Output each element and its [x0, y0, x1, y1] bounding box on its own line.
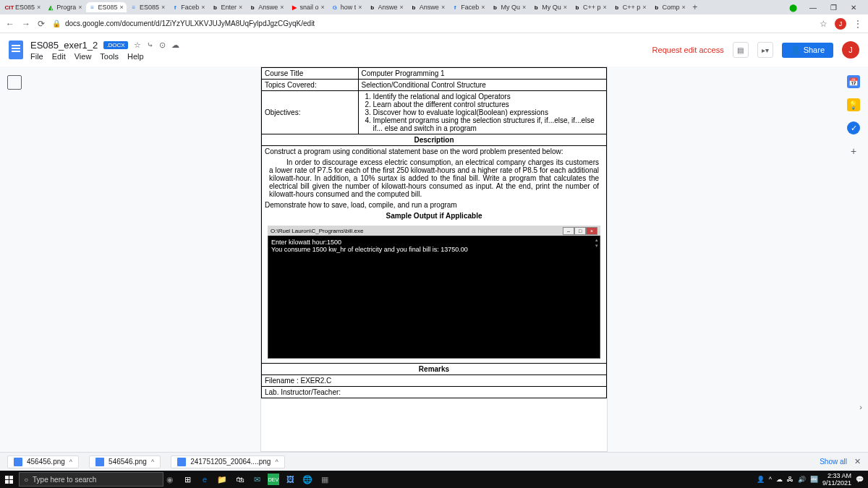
app-icon[interactable]: ▦ [318, 473, 331, 486]
history-icon[interactable]: ⊙ [159, 40, 166, 50]
person-icon: 👤 [791, 46, 801, 55]
explorer-icon[interactable]: 📁 [216, 473, 229, 486]
calendar-icon[interactable]: 📅 [847, 75, 860, 88]
menu-file[interactable]: File [30, 52, 43, 61]
tab-close-icon[interactable]: × [603, 4, 607, 11]
taskbar-search[interactable]: ○ Type here to search [19, 472, 163, 487]
reload-button[interactable]: ⟳ [38, 19, 45, 29]
download-item[interactable]: 546546.png^ [89, 455, 161, 468]
browser-tab[interactable]: ≡ES085× [127, 2, 168, 12]
chevron-up-icon[interactable]: ^ [275, 458, 278, 466]
tab-close-icon[interactable]: × [78, 4, 82, 11]
tab-close-icon[interactable]: × [280, 4, 284, 11]
outline-icon[interactable] [7, 75, 22, 90]
downloads-close-icon[interactable]: ✕ [854, 457, 861, 466]
tab-close-icon[interactable]: × [522, 4, 526, 11]
tab-close-icon[interactable]: × [563, 4, 567, 11]
browser-tab[interactable]: bMy Qu× [529, 2, 570, 12]
bookmark-icon[interactable]: ☆ [820, 19, 827, 29]
minimize-icon[interactable]: — [809, 3, 817, 12]
devcpp-icon[interactable]: DEV [268, 474, 279, 485]
menu-tools[interactable]: Tools [100, 52, 119, 61]
edge-icon[interactable]: e [198, 473, 211, 486]
new-tab-button[interactable]: + [689, 2, 701, 12]
tab-close-icon[interactable]: × [161, 4, 165, 11]
browser-tab[interactable]: bComp× [650, 2, 689, 12]
cortana-icon[interactable]: ◉ [163, 473, 176, 486]
close-icon[interactable]: ✕ [849, 3, 858, 12]
browser-tab[interactable]: bEnter× [208, 2, 245, 12]
menu-edit[interactable]: Edit [52, 52, 66, 61]
notifications-icon[interactable]: 💬 [856, 476, 864, 483]
present-button[interactable]: ▸▾ [757, 42, 773, 58]
docs-logo-icon[interactable] [9, 40, 23, 59]
menu-icon[interactable]: ⋮ [854, 19, 862, 29]
store-icon[interactable]: 🛍 [233, 473, 246, 486]
browser-tab[interactable]: bAnswe× [366, 2, 407, 12]
photos-icon[interactable]: 🖼 [284, 473, 297, 486]
forward-button[interactable]: → [22, 19, 30, 29]
download-item[interactable]: 241751205_20064....png^ [171, 455, 284, 468]
tab-close-icon[interactable]: × [37, 4, 41, 11]
mail-icon[interactable]: ✉ [250, 473, 263, 486]
browser-tab[interactable]: ◭Progra× [44, 2, 85, 12]
share-button[interactable]: 👤Share [782, 43, 833, 58]
update-icon[interactable]: ⬤ [788, 3, 797, 12]
tab-close-icon[interactable]: × [400, 4, 404, 11]
clock[interactable]: 2:33 AM 9/11/2021 [822, 472, 851, 487]
request-edit-button[interactable]: Request edit access [652, 46, 724, 54]
chevron-up-icon[interactable]: ^ [151, 458, 154, 466]
browser-tab[interactable]: bC++ p× [610, 2, 650, 12]
addons-plus-icon[interactable]: + [847, 145, 860, 158]
tab-close-icon[interactable]: × [682, 4, 686, 11]
move-icon[interactable]: ⤷ [147, 40, 153, 50]
show-all-button[interactable]: Show all [820, 458, 847, 466]
url-field[interactable]: 🔒 docs.google.com/document/d/1ZiYzYULXKV… [52, 20, 812, 27]
browser-tab[interactable]: bAnswe× [407, 2, 448, 12]
menu-help[interactable]: Help [127, 52, 144, 61]
cloud-icon[interactable]: ☁ [171, 40, 179, 50]
tab-close-icon[interactable]: × [642, 4, 646, 11]
profile-icon[interactable]: J [835, 18, 846, 30]
browser-tab[interactable]: fFaceb× [448, 2, 488, 12]
browser-tab[interactable]: bMy Qu× [488, 2, 529, 12]
back-button[interactable]: ← [6, 19, 14, 29]
browser-tab[interactable]: ▶snail o× [288, 2, 328, 12]
browser-tab[interactable]: bAnswe× [246, 2, 286, 12]
objective-item: Discover how to evaluate logical(Boolean… [373, 108, 603, 116]
chevron-up-icon[interactable]: ^ [69, 458, 72, 466]
chrome-icon[interactable]: 🌐 [301, 473, 314, 486]
people-icon[interactable]: 👤 [757, 476, 765, 483]
docx-badge: .DOCX [103, 41, 127, 49]
tab-close-icon[interactable]: × [321, 4, 325, 11]
system-tray: 👤 ^ ☁ 🖧 🔊 🔤 2:33 AM 9/11/2021 💬 [752, 472, 868, 487]
tab-close-icon[interactable]: × [201, 4, 205, 11]
taskview-icon[interactable]: ⊞ [181, 473, 194, 486]
tasks-icon[interactable]: ✓ [847, 121, 860, 134]
start-button[interactable] [0, 471, 17, 488]
tab-close-icon[interactable]: × [358, 4, 362, 11]
tab-close-icon[interactable]: × [441, 4, 445, 11]
tray-chevron-icon[interactable]: ^ [769, 476, 772, 483]
restore-icon[interactable]: ❐ [829, 3, 838, 12]
star-icon[interactable]: ☆ [134, 40, 141, 50]
keep-icon[interactable]: 💡 [847, 98, 860, 111]
browser-tab[interactable]: ≡ES085× [86, 2, 127, 12]
account-avatar[interactable]: J [842, 41, 859, 59]
browser-tab[interactable]: bC++ p× [571, 2, 610, 12]
tab-close-icon[interactable]: × [120, 4, 124, 11]
volume-icon[interactable]: 🔊 [798, 476, 806, 483]
tab-close-icon[interactable]: × [239, 4, 242, 11]
browser-tab[interactable]: Ghow t× [328, 2, 365, 12]
mode-button[interactable]: ▤ [733, 42, 749, 58]
language-icon[interactable]: 🔤 [810, 476, 818, 483]
collapse-rail-icon[interactable]: › [859, 403, 862, 411]
browser-tab[interactable]: CITES085× [3, 2, 43, 12]
menu-view[interactable]: View [75, 52, 92, 61]
onedrive-icon[interactable]: ☁ [776, 476, 783, 483]
browser-tab[interactable]: fFaceb× [169, 2, 208, 12]
document-title[interactable]: ES085_exer1_2 [30, 40, 98, 51]
download-item[interactable]: 456456.png^ [7, 455, 79, 468]
tab-close-icon[interactable]: × [481, 4, 485, 11]
network-icon[interactable]: 🖧 [787, 476, 793, 483]
